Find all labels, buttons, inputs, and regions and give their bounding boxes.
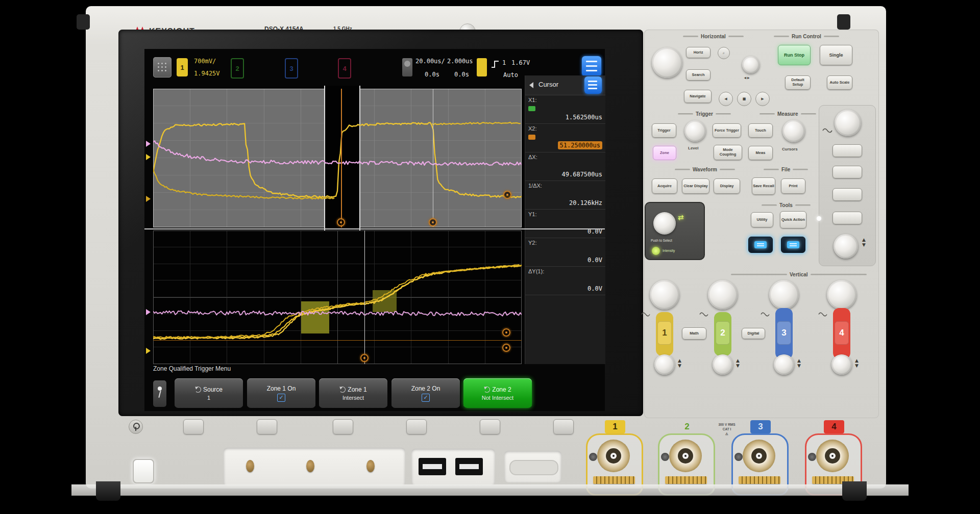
cursor-x2-handle-main[interactable] [429,218,437,226]
meas-button[interactable]: Meas [748,146,773,160]
cursor-row[interactable]: ΔY(1):0.0V [525,266,605,295]
zoom-window-band[interactable] [324,86,360,230]
trigger-level-marker-main[interactable] [503,191,511,199]
blue-backlit-button-right[interactable] [781,237,805,253]
trigger-zone-1-box[interactable] [301,301,329,333]
cursor-x1-handle-zoom[interactable] [360,354,369,362]
cursor-offscreen-marker-1[interactable] [502,328,510,337]
timebase-zoom-readout[interactable]: 2.000us [447,58,473,65]
softkey-zone-1-on[interactable]: Zone 1 On✓ [247,378,315,408]
delay-main-readout[interactable]: 0.0s [425,71,439,78]
horizontal-knob-icon[interactable] [402,58,412,76]
cursor-row-value[interactable]: 20.126kHz [569,199,602,207]
strip-button-3[interactable] [832,188,862,201]
horizontal-delay-knob[interactable] [742,56,760,73]
ch1-status-box[interactable]: 1 [177,58,188,76]
ch4-status-box[interactable]: 4 [338,58,351,79]
quick-action-button[interactable]: Quick Action [780,211,806,228]
cursor-row-value[interactable]: 0.0V [587,256,602,264]
cursor-row[interactable]: X1:1.562500us [525,95,605,124]
cursor-x2-line-main[interactable] [433,89,433,227]
ch4-button[interactable]: 4 [835,321,849,345]
strip-bottom-knob[interactable] [834,234,858,259]
ch3-bnc-connector[interactable] [743,440,775,472]
ch3-scale-knob[interactable] [769,280,799,310]
ch4-scale-knob[interactable] [827,280,856,310]
ch2-status-box[interactable]: 2 [231,58,244,79]
cursor-row[interactable]: 1/ΔX:20.126kHz [525,181,605,210]
ch1-scale-knob[interactable] [650,280,679,310]
ch2-bnc-connector[interactable] [669,440,702,472]
mode-coupling-button[interactable]: Mode Coupling [714,145,742,160]
cursor-row[interactable]: Y1:0.0V [525,209,605,238]
cursor-row-value[interactable]: 1.562500us [566,114,602,121]
touch-button[interactable]: Touch [748,123,773,138]
math-button[interactable]: Math [682,327,706,340]
nav-forward-button[interactable]: ▶ [755,92,770,106]
acquire-button[interactable]: Acquire [652,178,677,194]
ch1-scale-readout[interactable]: 700mV/ [194,58,216,65]
physical-softkey-2[interactable] [257,419,277,434]
utility-button[interactable]: Utility [751,212,773,227]
clear-display-button[interactable]: Clear Display [682,178,709,194]
strip-button-2[interactable] [832,166,862,178]
touch-menu-icon[interactable] [582,56,601,76]
cursor-row-value[interactable]: 49.687500us [562,171,602,178]
strip-button-1[interactable] [832,144,862,157]
pin-menu-softkey[interactable] [153,380,166,407]
physical-softkey-1[interactable] [183,419,204,434]
cursor-sidebar-header[interactable]: Cursor [525,75,605,95]
single-button[interactable]: Single [820,45,852,65]
intensity-button[interactable] [652,247,660,255]
ch4-position-knob[interactable] [831,354,852,375]
usb-port-1[interactable] [419,458,446,475]
ch3-button[interactable]: 3 [777,321,791,345]
softkey-zone-1[interactable]: Zone 1Intersect [319,378,387,408]
cursor-row[interactable]: Y2:0.0V [525,238,605,267]
auto-scale-button[interactable]: Auto Scale [827,75,852,90]
cursor-row-value[interactable]: 0.0V [587,285,602,292]
cursor-x1-line-zoom[interactable] [364,230,365,364]
cursor-row[interactable]: X2:51.250000us [525,123,605,152]
trigger-button[interactable]: Trigger [652,123,676,138]
sidebar-menu-icon[interactable] [153,57,172,78]
horizontal-scale-knob[interactable] [652,47,682,78]
run-stop-button[interactable]: Run Stop [778,45,811,65]
ch2-position-knob[interactable] [713,354,733,375]
display-button[interactable]: Display [714,178,740,194]
softkey-source[interactable]: Source1 [175,378,243,408]
trigger-zone-2-box[interactable] [373,290,397,312]
power-button[interactable] [133,459,154,483]
ch1-offset-readout[interactable]: 1.9425V [194,70,220,77]
navigate-button[interactable]: Navigate [684,90,712,103]
trigger-source-box[interactable] [477,58,487,76]
cursor-row-value[interactable]: 51.250000us [558,141,602,149]
nav-stop-button[interactable]: ■ [737,92,751,106]
zoom-magnifier-button[interactable]: ⌕ [718,47,730,59]
ch1-button[interactable]: 1 [657,321,672,345]
cursor-row[interactable]: ΔX:49.687500us [525,152,605,181]
blue-backlit-button-left[interactable] [748,237,773,253]
ch2-button[interactable]: 2 [716,321,730,345]
cursor-x1-line-main[interactable] [341,89,342,227]
ch3-position-knob[interactable] [774,354,794,375]
trigger-level-readout[interactable]: 1.67V [511,59,530,66]
print-button[interactable]: Print [781,178,805,194]
cursor-offscreen-marker-2[interactable] [502,344,510,352]
softkey-zone-2[interactable]: Zone 2Not Intersect [463,378,532,408]
physical-softkey-3[interactable] [333,419,353,434]
delay-zoom-readout[interactable]: 0.0s [454,71,469,78]
cursor-menu-icon[interactable] [584,76,602,94]
physical-softkey-5[interactable] [480,419,500,434]
strip-button-4[interactable] [832,212,862,224]
ch4-bnc-connector[interactable] [816,440,849,472]
save-recall-button[interactable]: Save Recall [752,177,775,195]
zone-button[interactable]: Zone [653,146,676,160]
usb-port-2[interactable] [455,458,483,475]
cursors-knob[interactable] [782,120,805,142]
softkey-zone-2-on[interactable]: Zone 2 On✓ [391,378,460,408]
front-round-button[interactable] [129,420,143,434]
strip-top-knob[interactable] [835,110,861,136]
physical-softkey-6[interactable] [553,419,574,434]
trigger-level-knob[interactable] [684,120,706,142]
